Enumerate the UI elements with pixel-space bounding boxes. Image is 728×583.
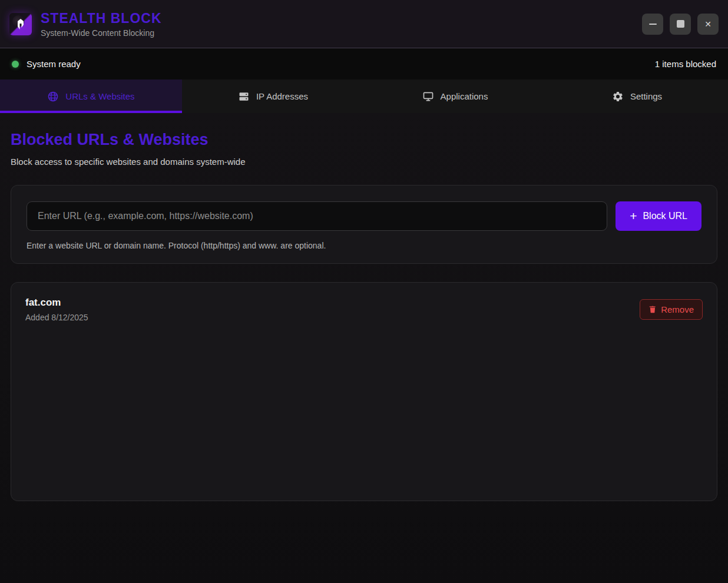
app-title: STEALTH BLOCK	[41, 11, 162, 26]
globe-icon	[47, 91, 59, 102]
minimize-icon	[649, 24, 657, 25]
tab-ip-addresses[interactable]: IP Addresses	[182, 80, 364, 113]
blocked-item-name: fat.com	[25, 297, 88, 309]
title-block: STEALTH BLOCK System-Wide Content Blocki…	[41, 11, 162, 38]
app-logo	[9, 13, 32, 35]
blocked-count: 1 items blocked	[655, 59, 716, 69]
status-dot-icon	[12, 61, 19, 68]
remove-label: Remove	[661, 304, 694, 314]
blocked-list-card: fat.com Added 8/12/2025 Remove	[11, 282, 717, 501]
add-url-card: + Block URL Enter a website URL or domai…	[11, 185, 717, 264]
status-text: System ready	[27, 59, 81, 69]
monitor-icon	[422, 91, 434, 102]
maximize-button[interactable]	[670, 14, 691, 35]
tab-label: IP Addresses	[256, 91, 308, 101]
app-subtitle: System-Wide Content Blocking	[41, 28, 162, 38]
block-url-label: Block URL	[643, 211, 687, 221]
blocked-item-info: fat.com Added 8/12/2025	[25, 297, 88, 322]
status-bar: System ready 1 items blocked	[0, 48, 728, 80]
trash-icon	[648, 305, 657, 314]
server-icon	[238, 91, 250, 102]
page-title: Blocked URLs & Websites	[11, 131, 717, 149]
blocked-item-date: Added 8/12/2025	[25, 313, 88, 322]
tab-settings[interactable]: Settings	[546, 80, 728, 113]
main-content: Blocked URLs & Websites Block access to …	[0, 113, 728, 583]
tab-bar: URLs & Websites IP Addresses Application…	[0, 80, 728, 113]
url-helper-text: Enter a website URL or domain name. Prot…	[27, 241, 701, 250]
plus-icon: +	[630, 210, 637, 222]
window-controls: ✕	[642, 14, 719, 35]
remove-button[interactable]: Remove	[640, 299, 703, 320]
url-input[interactable]	[27, 201, 607, 231]
page-description: Block access to specific websites and do…	[11, 157, 717, 167]
minimize-button[interactable]	[642, 14, 663, 35]
tab-label: URLs & Websites	[65, 91, 134, 101]
blocked-item-row: fat.com Added 8/12/2025 Remove	[25, 297, 703, 322]
gear-icon	[612, 91, 624, 102]
tab-urls-websites[interactable]: URLs & Websites	[0, 80, 182, 113]
titlebar: STEALTH BLOCK System-Wide Content Blocki…	[0, 0, 728, 48]
add-url-row: + Block URL	[27, 201, 701, 231]
close-icon: ✕	[704, 19, 712, 29]
close-button[interactable]: ✕	[697, 14, 719, 35]
maximize-icon	[677, 20, 684, 28]
tab-applications[interactable]: Applications	[364, 80, 546, 113]
block-url-button[interactable]: + Block URL	[616, 201, 701, 231]
tab-label: Applications	[441, 91, 488, 101]
tab-label: Settings	[630, 91, 662, 101]
helmet-icon	[16, 19, 25, 29]
